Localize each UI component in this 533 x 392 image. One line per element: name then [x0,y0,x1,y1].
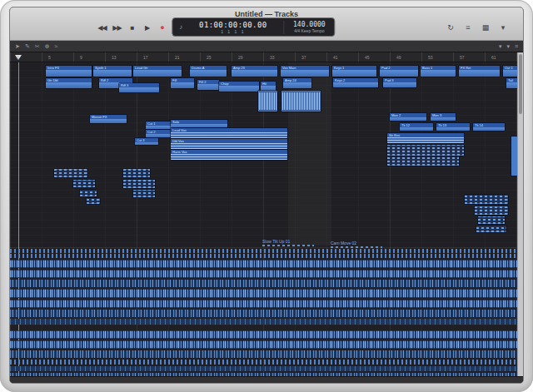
region-clip[interactable] [123,169,150,177]
region-bass-1[interactable]: Bass 1 [421,66,456,77]
region-lead-gtr[interactable]: Lead Gtr [133,66,182,77]
region-mon-2[interactable]: Mon 2 [390,113,426,121]
bottom-track-row[interactable] [10,260,517,268]
region-keys-2[interactable]: Keys 2 [333,78,378,87]
mixer-icon[interactable]: ▦ [480,22,491,33]
region-gtr-dbl[interactable]: Gtr Dbl [46,78,92,88]
region-content [476,226,506,232]
bottom-track-row[interactable] [10,319,517,325]
region-tk-13[interactable]: Tk 13 [436,123,470,131]
region-fx-ret[interactable]: FX Ret [459,66,500,77]
region-content [390,117,426,121]
region-amp-24[interactable]: Amp 24 [283,78,311,88]
bottom-track-row[interactable] [10,330,517,339]
bar-ruler[interactable]: 15913172125293337414549535761 [10,52,523,62]
region-dbl-vox[interactable]: Dbl Vox [171,139,287,149]
bottom-track-row[interactable] [10,350,517,358]
bottom-track-row[interactable] [10,300,517,308]
region-content [80,190,97,196]
marker-label: Slow Tilt Up 01 [262,239,290,244]
region-clip[interactable] [465,195,508,204]
bottom-track-row[interactable] [10,310,517,317]
automation-icon[interactable]: ≈ [55,42,58,52]
region-chop[interactable]: Chop [219,82,259,92]
region-clip[interactable] [54,169,87,177]
arrange-area[interactable]: Intro FXSynth 1Lead GtrDrums AAmp 23Vox … [10,62,523,378]
bottom-track-row[interactable] [10,289,517,298]
region-clip[interactable] [133,190,155,197]
vertical-scrollbar-thumb[interactable] [519,54,522,114]
zoom-sliders-icon[interactable]: ≡ [515,42,518,52]
rewind-button[interactable]: ◀◀ [97,22,107,33]
region-str-ens[interactable]: Str Ens [387,133,464,143]
drag-menu-icon[interactable]: ▾ [506,42,510,52]
cycle-icon[interactable]: ↻ [445,22,456,33]
zoom-tool-icon[interactable]: ⊕ [45,42,50,52]
region-monstr-fx[interactable]: Monstr FX [90,115,127,123]
bottom-track-row[interactable] [10,280,517,287]
region-clip[interactable] [87,198,100,204]
scissors-tool-icon[interactable]: ✂ [35,42,40,52]
region-keys-1[interactable]: Keys 1 [332,66,376,77]
region-tk-12[interactable]: Tk 12 [400,123,433,131]
region-tk-14[interactable]: Tk 14 [473,123,505,131]
ruler-tick: 29 [238,55,243,60]
region-content [400,127,433,131]
region-content [90,119,127,123]
region-pad-2[interactable]: Pad 2 [380,66,418,77]
region-clip[interactable] [80,190,97,196]
region-content [171,132,287,138]
play-button[interactable]: ▶ [142,22,152,33]
bottom-track-row[interactable] [10,366,517,371]
bottom-track-row[interactable] [10,254,517,258]
marker-dashes [262,245,314,246]
pointer-tool-icon[interactable]: ➤ [15,42,20,52]
lcd-signature: 4/4 [294,28,300,33]
list-icon[interactable]: ≡ [462,22,473,33]
ruler-tick: 37 [301,55,306,60]
region-content [133,190,155,197]
region-clip[interactable] [73,180,95,187]
region-intro-fx[interactable]: Intro FX [46,66,92,77]
marker-label: Cam Move 02 [331,241,356,246]
region-drums-a[interactable]: Drums A [190,66,227,77]
snap-menu-icon[interactable]: ▾ [499,42,502,52]
region-amp-23[interactable]: Amp 23 [232,66,277,77]
region-riff-3[interactable]: Riff 3 [119,83,159,92]
transport-bar: ◀◀▶▶■▶● ♪ 01:00:00:00.00 1 1 1 1 140.000… [10,17,523,38]
record-button[interactable]: ● [157,22,167,33]
region-clip[interactable] [258,91,277,112]
region-clip[interactable] [281,91,321,112]
lcd-tempo: 140.0000 [287,21,331,28]
bottom-track-row[interactable] [10,360,517,365]
forward-button[interactable]: ▶▶ [112,22,122,33]
region-content [387,137,464,143]
region-cut-1[interactable]: Cut 1 [146,122,172,129]
vertical-scrollbar[interactable] [517,52,523,376]
bottom-track-row[interactable] [10,249,517,253]
region-fill[interactable]: Fill [171,78,194,88]
region-content [387,156,459,166]
region-pad-3[interactable]: Pad 3 [383,78,416,87]
region-solo[interactable]: Solo [171,120,227,127]
stop-button[interactable]: ■ [127,22,137,33]
region-fill-2[interactable]: Fill 2 [197,80,219,90]
region-harm-vox[interactable]: Harm Vox [171,150,287,160]
bottom-track-row[interactable] [10,270,517,278]
region-cut-3[interactable]: Cut 3 [135,138,158,145]
region-lead-vox[interactable]: Lead Vox [171,128,287,138]
region-clip[interactable] [478,216,505,224]
region-clip[interactable] [476,226,506,232]
region-clip[interactable] [123,180,155,188]
region-clip[interactable] [387,145,464,156]
display-chevron-icon[interactable]: ▾ [497,22,508,33]
bottom-track-row[interactable] [10,340,517,349]
region-clip[interactable] [475,206,508,215]
pencil-tool-icon[interactable]: ✎ [25,42,30,52]
region-vox-main[interactable]: Vox Main [281,66,329,77]
region-mon-3[interactable]: Mon 3 [431,113,456,121]
region-clip[interactable] [387,156,459,166]
ruler-tick: 57 [460,55,465,60]
lcd-display[interactable]: ♪ 01:00:00:00.00 1 1 1 1 140.0000 4/4 Ke… [172,17,335,37]
region-synth-1[interactable]: Synth 1 [93,66,132,77]
